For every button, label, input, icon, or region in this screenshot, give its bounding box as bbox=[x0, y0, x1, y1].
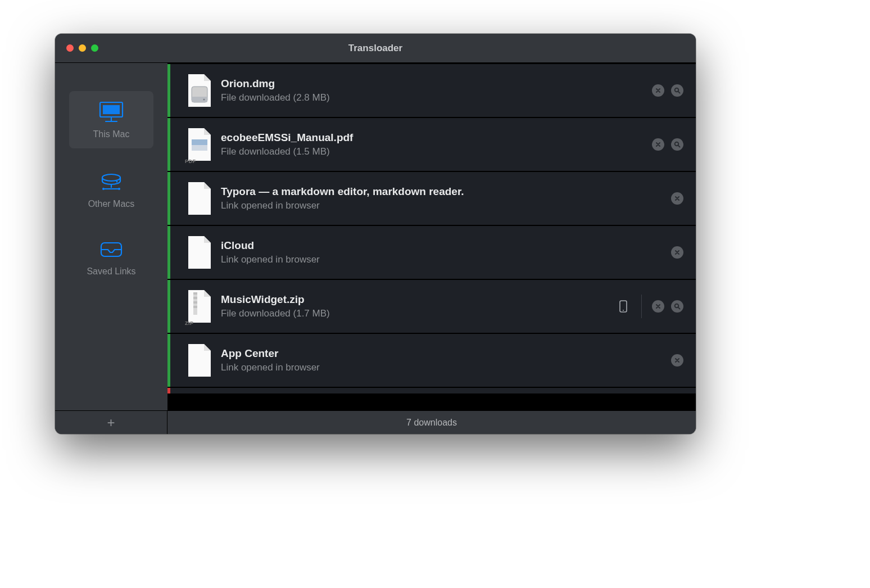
row-actions bbox=[652, 138, 696, 151]
row-text: Orion.dmg File downloaded (2.8 MB) bbox=[221, 78, 652, 103]
row-actions bbox=[671, 192, 696, 205]
row-actions bbox=[652, 84, 696, 97]
download-row[interactable]: ZIP MusicWidget.zip File downloaded (1.7… bbox=[167, 280, 696, 333]
svg-point-9 bbox=[118, 188, 120, 190]
monitor-icon bbox=[98, 101, 125, 123]
reveal-button[interactable] bbox=[671, 300, 683, 313]
status-accent bbox=[167, 226, 170, 279]
svg-point-13 bbox=[203, 99, 205, 101]
status-accent bbox=[167, 118, 170, 171]
sidebar-item-label: Saved Links bbox=[87, 266, 135, 277]
download-title: Orion.dmg bbox=[221, 78, 652, 90]
svg-point-5 bbox=[116, 181, 118, 183]
svg-rect-17 bbox=[192, 139, 207, 145]
sidebar-item-saved-links[interactable]: Saved Links bbox=[69, 230, 153, 286]
sidebar-item-this-mac[interactable]: This Mac bbox=[69, 91, 153, 148]
plus-icon: + bbox=[107, 415, 115, 431]
remove-button[interactable] bbox=[652, 300, 664, 313]
svg-point-4 bbox=[102, 174, 120, 181]
download-title: Typora — a markdown editor, markdown rea… bbox=[221, 186, 671, 198]
svg-point-8 bbox=[102, 188, 105, 190]
download-subtitle: File downloaded (2.8 MB) bbox=[221, 92, 652, 103]
sidebar: This Mac Other Macs bbox=[55, 63, 167, 410]
svg-line-28 bbox=[678, 307, 680, 309]
download-subtitle: Link opened in browser bbox=[221, 362, 671, 373]
traffic-lights bbox=[55, 44, 167, 52]
remove-button[interactable] bbox=[671, 354, 683, 367]
reveal-button[interactable] bbox=[671, 138, 683, 151]
footer-status: 7 downloads bbox=[167, 411, 696, 434]
download-title: MusicWidget.zip bbox=[221, 293, 618, 306]
download-subtitle: Link opened in browser bbox=[221, 200, 671, 211]
svg-rect-24 bbox=[193, 306, 197, 308]
window-body: This Mac Other Macs bbox=[55, 63, 696, 410]
svg-point-26 bbox=[623, 310, 624, 311]
dmg-file-icon bbox=[183, 70, 216, 111]
row-text: Typora — a markdown editor, markdown rea… bbox=[221, 186, 671, 211]
sidebar-item-other-macs[interactable]: Other Macs bbox=[69, 161, 153, 218]
file-badge: PDF bbox=[185, 159, 196, 164]
add-button[interactable]: + bbox=[55, 411, 167, 434]
status-accent bbox=[167, 388, 170, 393]
main-panel: Orion.dmg File downloaded (2.8 MB) bbox=[167, 63, 696, 410]
sidebar-item-label: This Mac bbox=[93, 129, 130, 139]
remove-button[interactable] bbox=[652, 138, 664, 151]
svg-rect-1 bbox=[103, 105, 120, 114]
row-text: ecobeeEMSSi_Manual.pdf File downloaded (… bbox=[221, 132, 652, 157]
blank-file-icon bbox=[183, 178, 216, 219]
download-title: App Center bbox=[221, 347, 671, 360]
remove-button[interactable] bbox=[652, 84, 664, 97]
row-actions bbox=[671, 354, 696, 367]
download-subtitle: File downloaded (1.7 MB) bbox=[221, 308, 618, 319]
zoom-window-button[interactable] bbox=[91, 44, 98, 52]
file-badge: ZIP bbox=[185, 320, 194, 326]
download-subtitle: File downloaded (1.5 MB) bbox=[221, 146, 652, 157]
download-row[interactable]: Orion.dmg File downloaded (2.8 MB) bbox=[167, 64, 696, 117]
blank-file-icon bbox=[183, 232, 216, 273]
row-actions bbox=[671, 246, 696, 259]
status-accent bbox=[167, 64, 170, 117]
svg-rect-22 bbox=[193, 297, 197, 299]
row-actions bbox=[618, 295, 696, 318]
inbox-icon bbox=[98, 241, 125, 260]
minimize-window-button[interactable] bbox=[79, 44, 86, 52]
download-title: iCloud bbox=[221, 239, 671, 252]
network-drive-icon bbox=[98, 171, 125, 192]
status-accent bbox=[167, 172, 170, 225]
reveal-button[interactable] bbox=[671, 84, 683, 97]
download-title: ecobeeEMSSi_Manual.pdf bbox=[221, 132, 652, 144]
download-row[interactable]: iCloud Link opened in browser bbox=[167, 226, 696, 279]
svg-line-19 bbox=[678, 146, 680, 147]
app-window: Transloader This Mac bbox=[55, 34, 696, 434]
titlebar[interactable]: Transloader bbox=[55, 34, 696, 63]
close-window-button[interactable] bbox=[66, 44, 74, 52]
pdf-file-icon: PDF bbox=[183, 124, 216, 165]
footer: + 7 downloads bbox=[55, 410, 696, 434]
row-text: iCloud Link opened in browser bbox=[221, 239, 671, 265]
download-row[interactable]: App Center Link opened in browser bbox=[167, 334, 696, 387]
svg-rect-23 bbox=[193, 301, 197, 304]
blank-file-icon bbox=[183, 340, 216, 381]
svg-line-15 bbox=[678, 92, 680, 93]
row-text: App Center Link opened in browser bbox=[221, 347, 671, 373]
download-subtitle: Link opened in browser bbox=[221, 254, 671, 265]
zip-file-icon: ZIP bbox=[183, 286, 216, 327]
phone-icon[interactable] bbox=[618, 300, 629, 313]
remove-button[interactable] bbox=[671, 192, 683, 205]
download-row-partial[interactable] bbox=[167, 388, 696, 393]
status-accent bbox=[167, 334, 170, 387]
status-accent bbox=[167, 280, 170, 333]
separator bbox=[641, 295, 642, 318]
remove-button[interactable] bbox=[671, 246, 683, 259]
svg-rect-12 bbox=[192, 97, 207, 102]
download-list[interactable]: Orion.dmg File downloaded (2.8 MB) bbox=[167, 63, 696, 410]
download-row[interactable]: Typora — a markdown editor, markdown rea… bbox=[167, 172, 696, 225]
svg-rect-21 bbox=[193, 292, 197, 295]
sidebar-item-label: Other Macs bbox=[88, 199, 135, 209]
row-text: MusicWidget.zip File downloaded (1.7 MB) bbox=[221, 293, 618, 319]
download-row[interactable]: PDF ecobeeEMSSi_Manual.pdf File download… bbox=[167, 118, 696, 171]
